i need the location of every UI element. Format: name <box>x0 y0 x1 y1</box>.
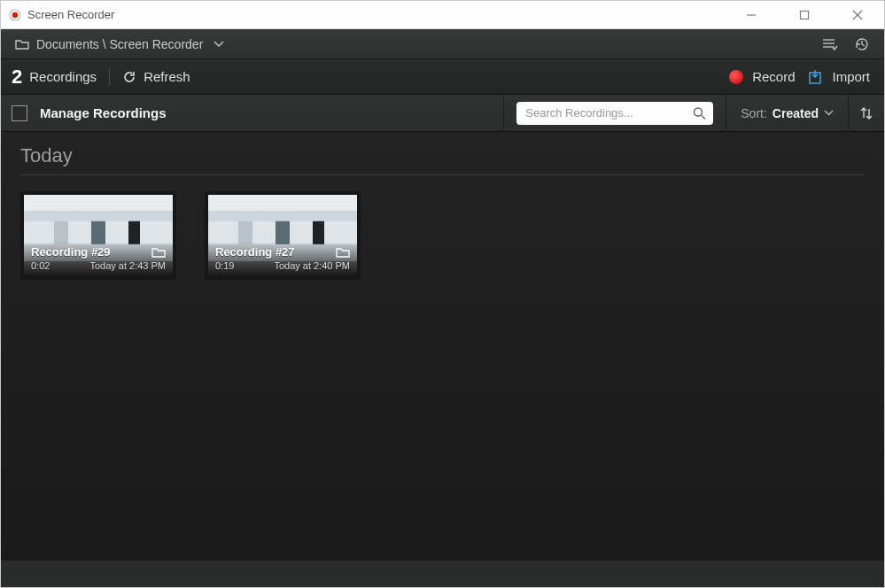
breadcrumb-path: Documents \ Screen Recorder <box>36 37 203 51</box>
app-icon <box>8 8 22 22</box>
content-area: Today Recording #29 0:02 Today at 2:43 P… <box>1 132 884 560</box>
card-overlay: Recording #29 0:02 Today at 2:43 PM <box>24 242 173 276</box>
manage-label: Manage Recordings <box>40 105 167 120</box>
svg-line-11 <box>702 115 705 119</box>
refresh-label: Refresh <box>144 69 190 84</box>
recording-duration: 0:02 <box>31 260 50 271</box>
chevron-down-icon <box>824 110 834 116</box>
bottom-bar <box>1 560 884 587</box>
recording-card[interactable]: Recording #27 0:19 Today at 2:40 PM <box>205 191 361 280</box>
record-label: Record <box>752 69 795 84</box>
toolbar: 2 Recordings Refresh Record <box>1 59 884 95</box>
count-number: 2 <box>12 66 22 89</box>
breadcrumb-bar: Documents \ Screen Recorder <box>1 29 884 59</box>
chevron-down-icon <box>213 41 224 48</box>
card-overlay: Recording #27 0:19 Today at 2:40 PM <box>208 242 357 276</box>
window-controls <box>725 1 884 28</box>
checklist-icon[interactable] <box>822 37 838 51</box>
import-icon <box>809 70 825 84</box>
import-label: Import <box>832 69 870 84</box>
app-window: Screen Recorder Documents \ Screen Recor… <box>0 0 885 588</box>
sort-select[interactable]: Sort: Created <box>726 95 849 131</box>
maximize-button[interactable] <box>778 1 831 28</box>
search-input[interactable] <box>516 102 713 125</box>
manage-bar: Manage Recordings Sort: Created <box>1 95 884 132</box>
titlebar: Screen Recorder <box>1 1 884 29</box>
divider <box>109 68 110 86</box>
recording-time: Today at 2:40 PM <box>274 260 350 271</box>
recording-duration: 0:19 <box>215 260 234 271</box>
section-title: Today <box>20 144 865 175</box>
recordings-count: 2 Recordings <box>12 66 97 89</box>
search-icon <box>693 106 706 120</box>
close-button[interactable] <box>831 1 884 28</box>
open-folder-icon[interactable] <box>336 246 350 258</box>
record-icon <box>729 70 743 84</box>
minimize-button[interactable] <box>725 1 778 28</box>
history-icon[interactable] <box>854 36 870 52</box>
search-field[interactable] <box>516 102 713 125</box>
recording-time: Today at 2:43 PM <box>89 260 166 271</box>
recording-title: Recording #29 <box>31 245 111 259</box>
sort-value: Created <box>772 106 819 120</box>
recording-title: Recording #27 <box>215 245 295 259</box>
breadcrumb[interactable]: Documents \ Screen Recorder <box>15 37 224 51</box>
refresh-icon <box>122 70 136 84</box>
sort-direction-icon <box>858 105 874 121</box>
select-all-checkbox[interactable] <box>12 105 27 121</box>
sort-label: Sort: <box>741 106 767 120</box>
svg-point-10 <box>695 108 703 116</box>
svg-rect-3 <box>801 11 809 19</box>
count-label-text: Recordings <box>29 69 97 84</box>
recording-grid: Recording #29 0:02 Today at 2:43 PM Re <box>20 191 865 280</box>
open-folder-icon[interactable] <box>151 246 166 258</box>
record-button[interactable]: Record <box>729 69 795 84</box>
svg-point-1 <box>12 12 18 17</box>
refresh-button[interactable]: Refresh <box>122 69 190 84</box>
window-title: Screen Recorder <box>27 8 725 21</box>
sort-direction-button[interactable] <box>849 95 884 131</box>
folder-icon <box>15 38 29 50</box>
recording-card[interactable]: Recording #29 0:02 Today at 2:43 PM <box>20 191 176 280</box>
import-button[interactable]: Import <box>809 69 870 84</box>
